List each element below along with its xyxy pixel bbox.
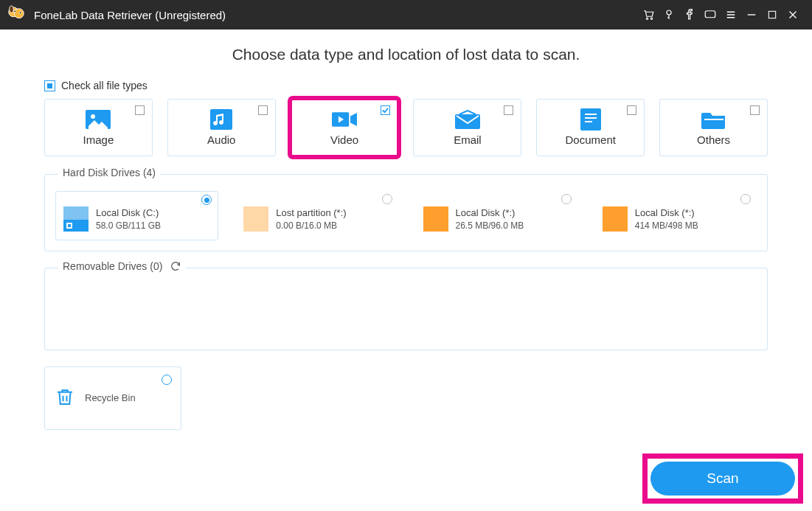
minimize-icon[interactable] (741, 4, 762, 25)
file-type-grid: ImageAudioVideoEmailDocumentOthers (44, 99, 768, 156)
audio-icon (209, 110, 234, 129)
type-checkbox-image[interactable] (135, 105, 145, 115)
type-checkbox-video[interactable] (381, 105, 390, 115)
svg-rect-9 (768, 11, 775, 18)
type-card-image[interactable]: Image (44, 99, 153, 156)
svg-rect-20 (63, 206, 89, 220)
svg-rect-12 (210, 109, 232, 130)
drive-item[interactable]: Local Disk (*:)26.5 MB/96.0 MB (416, 191, 577, 240)
check-all-label: Check all file types (61, 80, 148, 91)
type-label-others: Others (697, 133, 730, 146)
menu-icon[interactable] (721, 4, 741, 25)
trash-icon (54, 384, 76, 412)
removable-section: Removable Drives (0) (44, 268, 768, 350)
drive-item[interactable]: Lost partition (*:)0.00 B/16.0 MB (236, 191, 398, 240)
facebook-icon[interactable] (679, 4, 700, 25)
type-label-audio: Audio (207, 133, 235, 146)
svg-point-3 (14, 10, 16, 13)
svg-rect-24 (243, 206, 268, 232)
drive-size: 58.0 GB/111 GB (96, 220, 161, 232)
app-logo-icon (6, 4, 27, 25)
disk-icon (603, 206, 628, 232)
type-label-image: Image (83, 133, 114, 146)
svg-point-7 (667, 10, 671, 15)
key-icon[interactable] (659, 4, 679, 25)
recycle-label: Recycle Bin (85, 392, 136, 403)
drive-name: Local Disk (C:) (96, 206, 161, 220)
svg-rect-17 (585, 117, 597, 119)
page-heading: Choose data type and location of lost da… (44, 46, 768, 63)
drive-size: 0.00 B/16.0 MB (276, 220, 346, 232)
drive-item[interactable]: Local Disk (*:)414 MB/498 MB (595, 191, 757, 240)
disk-icon (63, 206, 89, 232)
cart-icon[interactable] (638, 4, 659, 25)
drive-radio[interactable] (561, 194, 572, 204)
recycle-bin-card[interactable]: Recycle Bin (44, 366, 181, 430)
svg-point-4 (19, 12, 21, 14)
svg-rect-15 (580, 108, 601, 131)
type-card-email[interactable]: Email (413, 99, 521, 156)
svg-rect-16 (585, 114, 597, 115)
type-label-document: Document (566, 133, 616, 146)
titlebar: FoneLab Data Retriever (Unregistered) (0, 0, 812, 29)
maximize-icon[interactable] (762, 4, 782, 25)
type-card-video[interactable]: Video (291, 99, 399, 156)
svg-point-11 (91, 114, 95, 119)
drive-name: Local Disk (*:) (635, 206, 698, 220)
type-checkbox-others[interactable] (750, 105, 760, 115)
email-icon (455, 110, 480, 129)
refresh-icon[interactable] (170, 260, 181, 272)
svg-point-2 (10, 6, 14, 13)
drive-radio[interactable] (382, 194, 392, 204)
scan-highlight: Scan (642, 453, 803, 504)
drive-radio[interactable] (740, 194, 751, 204)
check-all-checkbox[interactable] (44, 80, 55, 91)
svg-point-1 (14, 9, 24, 18)
removable-section-title: Removable Drives (0) (63, 260, 162, 272)
drive-size: 26.5 MB/96.0 MB (456, 220, 524, 232)
others-icon (701, 110, 726, 129)
drive-name: Lost partition (*:) (276, 206, 346, 220)
app-title: FoneLab Data Retriever (Unregistered) (34, 9, 226, 21)
type-card-document[interactable]: Document (536, 99, 645, 156)
drive-name: Local Disk (*:) (456, 206, 524, 220)
hdd-section-title: Hard Disk Drives (4) (58, 167, 160, 178)
check-all-row[interactable]: Check all file types (44, 80, 768, 91)
type-card-audio[interactable]: Audio (167, 99, 276, 156)
svg-rect-26 (603, 206, 628, 232)
type-checkbox-document[interactable] (627, 105, 636, 115)
type-checkbox-email[interactable] (504, 105, 513, 115)
recycle-radio[interactable] (162, 375, 172, 385)
svg-point-5 (646, 18, 648, 19)
disk-icon (243, 206, 268, 232)
svg-rect-23 (68, 224, 71, 227)
drive-item[interactable]: Local Disk (C:)58.0 GB/111 GB (55, 191, 218, 240)
disk-icon (423, 206, 448, 232)
type-label-video: Video (330, 133, 358, 146)
hdd-drive-list: Local Disk (C:)58.0 GB/111 GBLost partit… (55, 191, 757, 240)
type-checkbox-audio[interactable] (258, 105, 268, 115)
drive-size: 414 MB/498 MB (635, 220, 698, 232)
svg-rect-25 (423, 206, 448, 232)
svg-rect-18 (585, 121, 592, 122)
document-icon (578, 110, 603, 129)
drive-radio[interactable] (201, 195, 212, 205)
image-icon (86, 110, 111, 129)
svg-point-6 (650, 18, 652, 19)
page-body: Choose data type and location of lost da… (0, 29, 812, 430)
type-label-email: Email (454, 133, 482, 146)
scan-button[interactable]: Scan (650, 462, 795, 496)
video-icon (332, 110, 357, 129)
svg-rect-19 (704, 119, 723, 120)
type-card-others[interactable]: Others (659, 99, 768, 156)
hdd-section: Hard Disk Drives (4) Local Disk (C:)58.0… (44, 174, 768, 251)
close-icon[interactable] (782, 4, 803, 25)
feedback-icon[interactable] (700, 4, 721, 25)
